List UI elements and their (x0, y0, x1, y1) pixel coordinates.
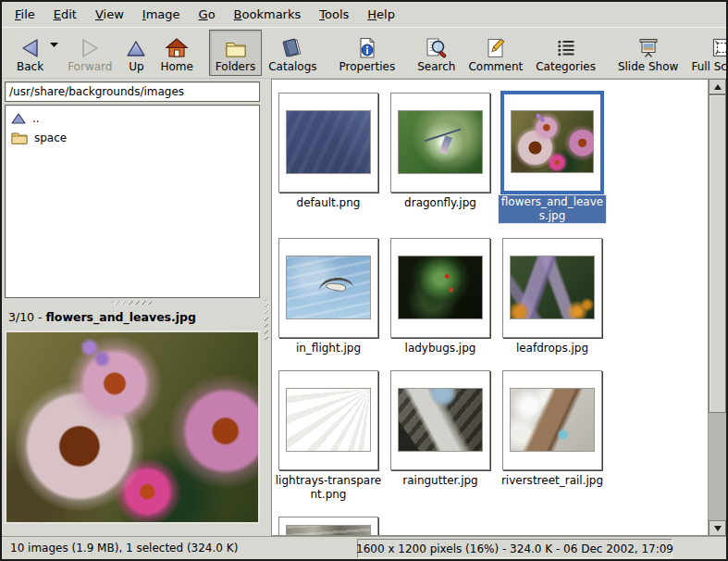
toolbar: Back Forward Up Home (2, 27, 726, 79)
thumbnail-cell[interactable]: lightrays-transparent.png (278, 370, 378, 502)
thumbnail-image (286, 388, 371, 452)
location-input[interactable]: /usr/share/backgrounds/images (5, 81, 260, 102)
comment-button[interactable]: Comment (462, 30, 529, 76)
fullscreen-icon (710, 36, 728, 60)
scrollbar-thumb[interactable] (709, 94, 726, 413)
thumbnail-image (286, 110, 371, 174)
thumbnail-label: in_flight.jpg (275, 342, 382, 355)
properties-button[interactable]: Properties (333, 30, 402, 76)
horizontal-splitter[interactable] (2, 298, 263, 306)
menu-file[interactable]: File (6, 4, 44, 25)
list-icon (555, 36, 577, 60)
slideshow-button[interactable]: Slide Show (611, 30, 685, 76)
pencil-page-icon (485, 36, 507, 60)
thumbnail-image (510, 256, 595, 319)
scroll-up-button[interactable] (709, 79, 726, 94)
menu-view[interactable]: View (86, 4, 133, 25)
thumbnail-label: ladybugs.jpg (387, 342, 494, 355)
thumbnail-label: default.png (275, 196, 382, 210)
thumbnail-image (286, 256, 371, 319)
fullscreen-button[interactable]: Full Screen (685, 30, 728, 76)
statusbar-summary: 10 images (1.9 MB), 1 selected (324.0 K) (2, 542, 238, 555)
scroll-down-button[interactable] (709, 520, 726, 536)
thumbnail-cell[interactable]: default.png (278, 93, 378, 223)
splitter-grip (265, 299, 268, 340)
thumbnail-cell[interactable]: raingutter.jpg (390, 370, 490, 502)
search-button[interactable]: Search (411, 30, 462, 76)
menu-edit[interactable]: Edit (44, 4, 86, 25)
thumbnail-label: leafdrops.jpg (499, 342, 606, 355)
thumbnail-cell[interactable]: in_flight.jpg (278, 238, 378, 355)
menu-go[interactable]: Go (190, 4, 225, 25)
splitter-grip (111, 301, 152, 305)
thumbnail-cell[interactable]: leafdrops.jpg (502, 238, 602, 355)
menu-help[interactable]: Help (358, 4, 404, 25)
thumbnail-label: raingutter.jpg (387, 474, 494, 488)
back-button[interactable]: Back (10, 30, 50, 76)
thumbnail-label: lightrays-transparent.png (275, 474, 382, 502)
scroll-down-icon (714, 526, 722, 531)
thumbnail-image (398, 256, 483, 319)
thumbnail-grid: default.png dragonfly.jpg flowers_and_le… (271, 79, 708, 536)
thumbnail-cell-selected[interactable]: flowers_and_leaves.jpg (502, 93, 602, 223)
thumbnail-label: riverstreet_rail.jpg (499, 474, 606, 488)
gthumb-window: File Edit View Image Go Bookmarks Tools … (0, 0, 728, 561)
info-page-icon (356, 36, 378, 60)
thumbnail-image (398, 110, 483, 174)
home-icon (165, 36, 189, 60)
menubar: File Edit View Image Go Bookmarks Tools … (2, 2, 726, 27)
thumbnail-cell[interactable]: riverstreet_rail.jpg (502, 370, 602, 502)
thumbnail-cell[interactable] (278, 517, 378, 536)
statusbar: 10 images (1.9 MB), 1 selected (324.0 K)… (2, 536, 726, 559)
back-icon (19, 36, 43, 60)
home-button[interactable]: Home (154, 30, 199, 76)
thumbnail-cell[interactable]: dragonfly.jpg (390, 93, 490, 223)
selected-filename: flowers_and_leaves.jpg (46, 310, 196, 324)
up-triangle-icon (11, 112, 26, 125)
folder-icon (11, 131, 28, 144)
left-pane: /usr/share/backgrounds/images .. space 3… (2, 79, 263, 536)
caret-down-icon (50, 43, 58, 47)
forward-icon (78, 36, 102, 60)
categories-button[interactable]: Categories (529, 30, 602, 76)
scrollbar-trough[interactable] (709, 413, 726, 520)
menu-tools[interactable]: Tools (310, 4, 358, 25)
menu-image[interactable]: Image (133, 4, 190, 25)
statusbar-image-info: 1600 x 1200 pixels (16%) - 324.0 K - 06 … (357, 539, 672, 558)
back-history-dropdown[interactable] (50, 30, 61, 67)
thumbnail-cell[interactable]: ladybugs.jpg (390, 238, 490, 355)
folder-icon (224, 36, 248, 60)
preview-pane (2, 328, 263, 536)
thumbnail-image (511, 110, 594, 173)
scroll-up-icon (714, 84, 722, 90)
vertical-splitter[interactable] (263, 79, 271, 536)
search-icon (424, 36, 449, 60)
folder-list: .. space (5, 105, 260, 298)
catalogs-button[interactable]: Catalogs (262, 30, 323, 76)
up-button[interactable]: Up (118, 30, 154, 76)
thumbnail-label: dragonfly.jpg (387, 196, 494, 210)
folder-item-space[interactable]: space (7, 128, 257, 147)
thumbnail-image (398, 388, 483, 452)
thumbnail-image (510, 388, 595, 452)
thumbnail-label: flowers_and_leaves.jpg (499, 195, 606, 223)
up-icon (125, 36, 147, 60)
menu-bookmarks[interactable]: Bookmarks (225, 4, 311, 25)
forward-button[interactable]: Forward (61, 30, 118, 76)
preview-status: 3/10 - flowers_and_leaves.jpg (2, 306, 263, 328)
preview-image (5, 330, 260, 524)
projector-screen-icon (635, 36, 661, 60)
folder-item-parent[interactable]: .. (7, 108, 257, 128)
thumbnail-image (286, 525, 371, 536)
folders-toggle-button[interactable]: Folders (209, 30, 262, 76)
book-icon (280, 36, 304, 60)
vertical-scrollbar (708, 79, 726, 536)
